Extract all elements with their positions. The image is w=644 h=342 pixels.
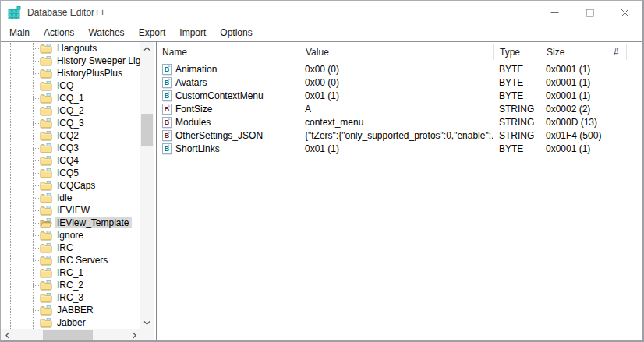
tree-connector — [33, 223, 39, 224]
tree-item-label: IRC Servers — [55, 255, 110, 266]
tree-item[interactable]: ICQ5 — [1, 167, 140, 179]
folder-icon — [40, 106, 52, 116]
menu-item[interactable]: Import — [172, 25, 213, 41]
tree-connector — [33, 48, 39, 49]
tree-item-label: IRC_2 — [55, 280, 86, 291]
tree-connector — [33, 248, 39, 249]
setting-type: BYTE — [493, 76, 540, 89]
scroll-up-button[interactable] — [140, 42, 154, 55]
setting-size: 0x0001 (1) — [540, 142, 607, 155]
column-header-size[interactable]: Size — [540, 44, 607, 60]
tree-item[interactable]: ICQ4 — [1, 154, 140, 167]
setting-size: 0x01F4 (500) — [540, 129, 607, 142]
setting-name: FontSize — [175, 104, 212, 115]
setting-type-icon: B — [162, 90, 172, 101]
tree-item[interactable]: IRC_3 — [1, 291, 140, 304]
tree-item[interactable]: IRC Servers — [1, 254, 140, 266]
app-window: Database Editor++ Main Actions Watches E… — [0, 0, 644, 342]
tree-item-label: IRC_3 — [55, 292, 86, 303]
tree-horizontal-scrollbar[interactable] — [1, 329, 140, 342]
tree-item[interactable]: Ignore — [1, 229, 140, 242]
setting-size: 0x0001 (1) — [540, 76, 607, 89]
tree-connector — [33, 98, 39, 99]
tree-item[interactable]: ICQ_3 — [1, 117, 140, 129]
tree-item-label: ICQ_1 — [55, 93, 87, 104]
vertical-scrollbar-thumb[interactable] — [141, 114, 153, 146]
tree-connector — [33, 136, 39, 136]
setting-count — [607, 102, 626, 115]
menu-item[interactable]: Main — [2, 25, 37, 41]
maximize-icon — [586, 9, 594, 17]
tree-item[interactable]: ICQ_2 — [1, 104, 140, 117]
tree-item-label: ICQ_3 — [55, 118, 87, 129]
tree-item[interactable]: ICQCaps — [1, 179, 140, 192]
column-header-name[interactable]: Name — [157, 44, 299, 60]
folder-icon — [40, 318, 52, 328]
tree-item[interactable]: History Sweeper Light — [1, 55, 140, 67]
tree-item[interactable]: IRC_1 — [1, 266, 140, 279]
tree-item[interactable]: IEView_Template — [1, 217, 140, 229]
tree-item[interactable]: IRC_2 — [1, 279, 140, 291]
maximize-button[interactable] — [572, 1, 607, 24]
menu-item[interactable]: Actions — [37, 25, 81, 41]
setting-row[interactable]: B FontSize A STRING 0x0002 (2) — [157, 102, 642, 115]
setting-spacer — [626, 62, 642, 76]
minimize-icon — [550, 9, 559, 17]
tree-item[interactable]: ICQ_1 — [1, 92, 140, 104]
tree-item[interactable]: JABBER — [1, 304, 140, 316]
tree-item-label: Jabber — [55, 317, 88, 328]
tree-item[interactable]: Jabber — [1, 316, 140, 329]
tree-item-label: ICQ — [55, 80, 76, 91]
setting-spacer — [626, 76, 642, 89]
close-button[interactable] — [607, 1, 642, 24]
tree-item-label: History Sweeper Light — [55, 55, 140, 66]
column-header-type[interactable]: Type — [493, 44, 540, 60]
setting-row[interactable]: B ShortLinks 0x01 (1) BYTE 0x0001 (1) — [157, 142, 642, 155]
column-header-value[interactable]: Value — [299, 44, 493, 60]
folder-icon — [40, 181, 52, 191]
scroll-right-button[interactable] — [127, 329, 140, 342]
folder-icon — [40, 56, 52, 66]
setting-row[interactable]: B Modules context_menu STRING 0x000D (13… — [157, 115, 642, 129]
setting-spacer — [626, 89, 642, 102]
tree-item[interactable]: ICQ2 — [1, 129, 140, 142]
menu-item[interactable]: Options — [213, 25, 259, 41]
setting-type-icon: B — [162, 64, 172, 75]
column-header-count[interactable]: # — [607, 44, 626, 60]
setting-row[interactable]: B CustomContextMenu 0x01 (1) BYTE 0x0001… — [157, 89, 642, 102]
setting-name: Avatars — [175, 77, 207, 88]
setting-row[interactable]: B Animation 0x00 (0) BYTE 0x0001 (1) — [157, 62, 642, 76]
setting-name: CustomContextMenu — [175, 90, 264, 101]
tree-item[interactable]: IRC — [1, 242, 140, 254]
menu-item[interactable]: Watches — [81, 25, 131, 41]
setting-value: 0x01 (1) — [299, 142, 493, 155]
tree-item-label: ICQ5 — [55, 167, 81, 178]
column-header-spacer — [626, 44, 642, 60]
title-bar[interactable]: Database Editor++ — [1, 1, 642, 24]
tree-vertical-scrollbar[interactable] — [140, 42, 154, 329]
setting-spacer — [626, 142, 642, 155]
menu-item[interactable]: Export — [132, 25, 173, 41]
folder-icon — [40, 69, 52, 79]
menu-bar: Main Actions Watches Export Import Optio… — [1, 24, 642, 41]
tree-item[interactable]: Hangouts — [1, 42, 140, 55]
tree-item[interactable]: ICQ — [1, 79, 140, 92]
main-content: Hangouts — [1, 41, 642, 342]
tree-item[interactable]: IEVIEW — [1, 204, 140, 217]
setting-row[interactable]: B Avatars 0x00 (0) BYTE 0x0001 (1) — [157, 76, 642, 89]
tree-connector — [33, 235, 39, 236]
setting-type: STRING — [493, 129, 540, 142]
folder-icon — [40, 93, 52, 104]
setting-row[interactable]: B OtherSettings_JSON {"tZers":{"only_sup… — [157, 129, 642, 142]
scroll-left-button[interactable] — [1, 329, 14, 342]
tree-item[interactable]: HistoryPlusPlus — [1, 67, 140, 79]
tree-item-label: IRC — [55, 242, 76, 253]
tree-item[interactable]: ICQ3 — [1, 142, 140, 154]
minimize-button[interactable] — [537, 1, 572, 24]
app-icon — [8, 6, 21, 19]
horizontal-scrollbar-thumb[interactable] — [43, 330, 93, 341]
folder-icon — [40, 206, 52, 216]
setting-count — [607, 76, 626, 89]
scroll-down-button[interactable] — [140, 316, 154, 329]
tree-item[interactable]: Idle — [1, 192, 140, 204]
